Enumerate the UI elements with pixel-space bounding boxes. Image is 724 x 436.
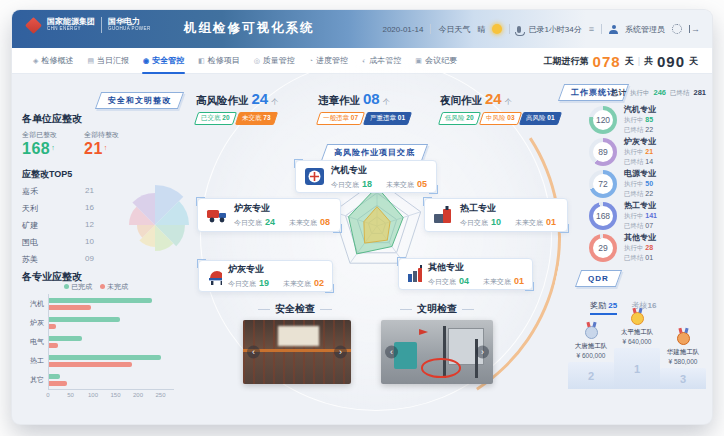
gauge-ring: 120 (589, 106, 617, 134)
dashboard-window: 国家能源集团 CHN ENERGY 国华电力 GUOHUA POWER 机组检修… (12, 10, 712, 424)
logout-icon[interactable]: → (689, 25, 700, 33)
truck-icon (206, 205, 228, 225)
card-turbine[interactable]: 汽机专业 今日交底18未来交底05 (295, 160, 437, 193)
legend-done: 已完成 (64, 282, 92, 292)
card-ash-mid[interactable]: 炉灰专业 今日交底24未来交底08 (197, 198, 341, 232)
section-badge-qdr: QDR (575, 270, 622, 287)
bar-x-axis: 050100150200250 (48, 389, 174, 400)
stat-badges: 低风险 20 中风险 03 高风险 01 (440, 112, 564, 125)
report-icon: ▤ (87, 57, 94, 65)
safety-check-photo[interactable]: ‹ › (243, 320, 351, 384)
carousel-next-button[interactable]: › (476, 346, 489, 359)
bar-row: 热工 (20, 351, 174, 370)
progress-icon: ◔ (309, 57, 313, 64)
tab-projects[interactable]: ◧检修项目 (191, 48, 247, 74)
card-thermal[interactable]: 热工专业 今日交底10未来交底01 (424, 198, 568, 232)
settings-gear-icon[interactable] (672, 24, 682, 34)
stat-unit: 个 (271, 97, 278, 107)
tab-quality-control[interactable]: ◎质量管控 (247, 48, 302, 74)
user-avatar-icon[interactable] (609, 25, 618, 34)
logo-diamond-icon (25, 17, 42, 34)
top5-row: 国电10 (22, 237, 94, 248)
logo-brand: 国华电力 GUOHUA POWER (108, 18, 151, 32)
podium-step: 3 (660, 368, 706, 389)
professions-bar-chart: 汽机炉灰电气热工其它 050100150200250 (20, 294, 174, 400)
bar-row: 炉灰 (20, 313, 174, 332)
todo-label: 全部待整改 (84, 130, 119, 140)
stat-value: 24 (485, 90, 502, 107)
badge-not-briefed: 未交底 73 (234, 112, 277, 125)
top5-title: 应整改TOP5 (22, 168, 72, 181)
badge-serious-violation: 严重违章 01 (363, 112, 412, 125)
duration-unit: 天 (625, 55, 634, 68)
stat-value: 08 (363, 90, 380, 107)
gold-medal-icon (631, 312, 644, 325)
civility-check-title: 文明检查 (400, 302, 474, 316)
carousel-prev-button[interactable]: ‹ (385, 346, 398, 359)
bar-row: 其它 (20, 370, 174, 389)
stat-badges: 已交底 20 未交底 73 (196, 112, 320, 125)
logo-group: 国家能源集团 CHN ENERGY (47, 18, 95, 32)
pump-machine (394, 342, 416, 369)
units-section-title: 各单位应整改 (22, 112, 82, 126)
duration-total-prefix: 共 (644, 55, 653, 68)
bar-plot-area: 汽机炉灰电气热工其它 (20, 294, 174, 389)
stat-night-jobs: 夜间作业24个 低风险 20 中风险 03 高风险 01 (440, 90, 564, 125)
tab-safety-control[interactable]: ◉安全管控 (136, 48, 191, 74)
card-other[interactable]: 其他专业 今日交底04未来交底01 (398, 258, 533, 290)
carousel-prev-button[interactable]: ‹ (247, 346, 260, 359)
stat-title: 高风险作业 (196, 94, 249, 108)
plant-icon (407, 264, 422, 284)
project-duration: 工期进行第 078 天 | 共 090 天 (544, 48, 698, 74)
top5-row: 天利16 (22, 203, 94, 214)
badge-general-violation: 一般违章 07 (316, 112, 365, 125)
ticket-row-thermal: 168 热工专业 执行中 141 已终结 07 (589, 200, 707, 231)
legend-dot-red (100, 284, 105, 289)
ticket-row-other: 29 其他专业 执行中 28 已终结 01 (589, 232, 707, 263)
issue-highlight-circle (421, 358, 461, 377)
weather-label: 今日天气 (438, 24, 470, 35)
todo-value: 21↑ (84, 140, 108, 158)
badge-low-risk: 低风险 20 (438, 112, 481, 125)
duration-unit: 天 (689, 55, 698, 68)
top5-row: 苏美09 (22, 254, 94, 265)
work-ticket-summary: 总计 执行中246 已终结281 (611, 88, 706, 98)
stat-title: 违章作业 (318, 94, 360, 108)
up-arrow-icon: ↑ (104, 144, 108, 151)
safety-check-title: 安全检查 (258, 302, 332, 316)
ticket-row-turbine: 120 汽机专业 执行中 85 已终结 22 (589, 104, 707, 135)
dash (400, 309, 412, 310)
podium-second-place: 大唐施工队 ¥ 600,000 2 (568, 326, 614, 389)
done-value: 168↑ (22, 140, 55, 158)
dash (258, 309, 270, 310)
tab-overview[interactable]: ◈检修概述 (26, 48, 80, 74)
stat-badges: 一般违章 07 严重违章 01 (318, 112, 442, 125)
safety-icon: ◉ (143, 57, 149, 65)
bronze-medal-icon (677, 332, 690, 345)
microphone-icon[interactable] (517, 26, 521, 33)
card-ash-bottom[interactable]: 炉灰专业 今日交底19未来交底02 (198, 260, 333, 292)
logo-group-en: CHN ENERGY (47, 27, 95, 32)
podium-step: 1 (614, 348, 660, 389)
tab-daily-report[interactable]: ▤当日汇报 (80, 48, 136, 74)
overview-icon: ◈ (33, 57, 38, 65)
silver-medal-icon (585, 326, 598, 339)
carousel-next-button[interactable]: › (334, 346, 347, 359)
divider (601, 24, 602, 34)
factory-icon (433, 205, 454, 225)
duration-prefix: 工期进行第 (544, 55, 589, 68)
menu-icon[interactable]: ≡ (589, 24, 594, 34)
stat-value: 24 (252, 90, 269, 107)
divider (430, 24, 431, 34)
projects-icon: ◧ (198, 57, 205, 65)
ticket-row-ash: 89 炉灰专业 执行中 21 已终结 14 (589, 136, 707, 167)
stat-title: 夜间作业 (440, 94, 482, 108)
red-flag (419, 329, 428, 335)
tab-label: 检修项目 (208, 55, 240, 66)
stat-unit: 个 (383, 97, 390, 107)
user-name: 系统管理员 (625, 24, 665, 35)
page-title: 机组检修可视化系统 (184, 20, 315, 37)
dash (320, 309, 332, 310)
tab-label: 安全管控 (152, 55, 184, 66)
civility-check-photo[interactable]: ‹ › (381, 320, 493, 384)
